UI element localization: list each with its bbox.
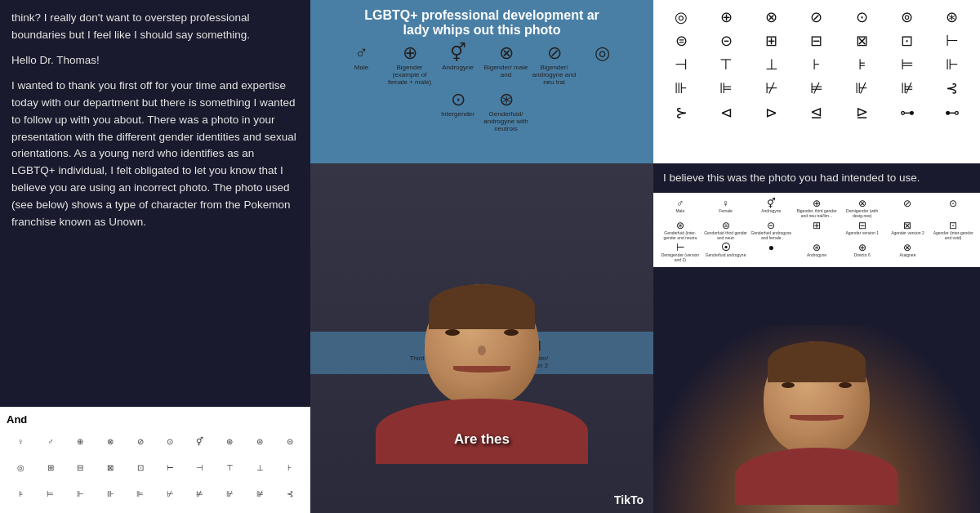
- lgbtq-chart: LGBTQ+ professional development arlady w…: [310, 0, 653, 163]
- r-sym-3: ⊗: [751, 7, 793, 28]
- sg-andro-2: ⊛ Androgyne: [795, 242, 839, 262]
- sym-1: ♀: [7, 429, 35, 453]
- right-face-leye: [782, 382, 795, 388]
- symbols-display-grid: ◎ ⊕ ⊗ ⊘ ⊙ ⊚ ⊛ ⊜ ⊝ ⊞ ⊟ ⊠ ⊡ ⊢ ⊣ ⊤ ⊥ ⊦ ⊧ ⊨ …: [660, 7, 973, 99]
- sym-29: ⊯: [246, 482, 274, 506]
- sg-agender-1: ⊟ Agender version 1: [840, 220, 884, 240]
- sym-7: ⚥: [186, 429, 215, 453]
- r-sym-14: ⊢: [931, 30, 973, 51]
- pokemon-symbols-grid: ♀ ♂ ⊕ ⊗ ⊘ ⊙ ⚥ ⊛ ⊜ ⊝ ◎ ⊞ ⊟ ⊠ ⊡ ⊢ ⊣ ⊤ ⊥ ⊦ …: [7, 429, 304, 506]
- r-sym-21: ⊩: [931, 54, 973, 75]
- sym-14: ⊠: [96, 455, 125, 480]
- person-head: [425, 284, 539, 407]
- r-sym-2: ⊕: [705, 7, 747, 28]
- sym-13: ⊟: [66, 455, 95, 480]
- r-sym-4: ⊘: [795, 7, 838, 28]
- r-sym-8: ⊜: [660, 30, 702, 51]
- r-sym-17: ⊥: [751, 54, 793, 75]
- r2-sym-6: ⊶: [885, 102, 928, 123]
- r-sym-23: ⊫: [705, 78, 747, 99]
- person-hair: [429, 284, 535, 329]
- sym-23: ⊩: [66, 482, 95, 506]
- symbols-row-2: ⊱ ⊲ ⊳ ⊴ ⊵ ⊶ ⊷: [660, 102, 973, 123]
- sym-8: ⊛: [216, 429, 244, 453]
- chart-sym-6: ◎: [580, 42, 625, 86]
- right-body: [735, 448, 898, 505]
- right-face-mouth: [790, 415, 844, 421]
- and-label: And: [7, 413, 304, 426]
- chart-sym-bigender3: ⊘ Bigender/ androgyne and neu tral: [532, 42, 577, 86]
- r-sym-25: ⊭: [795, 78, 838, 99]
- sg-dot: ●: [749, 242, 793, 262]
- sym-9: ⊜: [246, 429, 274, 453]
- sym-11: ◎: [7, 455, 35, 480]
- r2-sym-3: ⊳: [751, 102, 793, 123]
- sg-10: ⊞: [795, 220, 839, 240]
- sym-21: ⊧: [7, 482, 35, 506]
- person-nose: [478, 346, 486, 355]
- sym-3: ⊕: [66, 429, 95, 453]
- r2-sym-5: ⊵: [840, 102, 883, 123]
- r2-sym-1: ⊱: [660, 102, 702, 123]
- right-face-reye: [839, 382, 852, 388]
- sg-demigender: ⊗ Demigender (with desig-nee): [840, 198, 884, 218]
- sym-26: ⊬: [156, 482, 185, 506]
- sym-4: ⊗: [96, 429, 125, 453]
- r2-sym-7: ⊷: [931, 102, 973, 123]
- tiktok-watermark: TikTo: [614, 493, 644, 506]
- sg-agender-2: ⊠ Agender version 2: [886, 220, 930, 240]
- r-sym-27: ⊯: [885, 78, 928, 99]
- message-text: think? I really don't want to overstep p…: [0, 0, 310, 249]
- text-block-1: think? I really don't want to overstep p…: [11, 10, 299, 44]
- bottom-pokemon-image: And ♀ ♂ ⊕ ⊗ ⊘ ⊙ ⚥ ⊛ ⊜ ⊝ ◎ ⊞ ⊟ ⊠ ⊡ ⊢ ⊣ ⊤ …: [0, 407, 310, 513]
- detailed-gender-grid: ♂ Male ♀ Female ⚥ Androgyne ⊕ Bigender, …: [658, 198, 975, 262]
- chart-sym-male: ♂ Male: [339, 42, 384, 86]
- r2-sym-4: ⊴: [795, 102, 838, 123]
- r-sym-6: ⊚: [885, 7, 928, 28]
- sg-demigender-2: ⊢ Demigender (version and 2): [658, 242, 702, 262]
- chart-symbols: ♂ Male ⊕ Bigender (example of female + m…: [318, 42, 645, 132]
- sym-19: ⊥: [246, 455, 274, 480]
- sg-genderfuid-andro: ⊝ Genderfuid androgyne and female: [749, 220, 793, 240]
- sym-17: ⊣: [186, 455, 215, 480]
- r-sym-15: ⊣: [660, 54, 702, 75]
- r-sym-11: ⊟: [795, 30, 838, 51]
- sg-androgyne: ⚥ Androgyne: [749, 198, 793, 218]
- r-sym-10: ⊞: [751, 30, 793, 51]
- sg-7: ⊙: [931, 198, 975, 218]
- sg-genderfuid-inter: ⊛ Genderfuid (inter-gender and neutra: [658, 220, 702, 240]
- text-block-2: Hello Dr. Thomas!: [11, 52, 299, 69]
- sg-direct-6: ⊕ Directo 6: [840, 242, 884, 262]
- r-sym-5: ⊙: [840, 7, 883, 28]
- right-person-face: [751, 341, 882, 505]
- left-eye: [445, 329, 460, 336]
- sg-gf-andro-2: ⦿ Genderfuid androgyne: [704, 242, 748, 262]
- r-sym-16: ⊤: [705, 54, 747, 75]
- right-face-head: [764, 341, 870, 456]
- sg-bigender-third: ⊕ Bigender, third gender and neu tral/li…: [795, 198, 839, 218]
- left-panel: think? I really don't want to overstep p…: [0, 0, 310, 513]
- chart-title: LGBTQ+ professional development arlady w…: [364, 8, 599, 38]
- sym-16: ⊢: [156, 455, 185, 480]
- right-eye: [504, 329, 519, 336]
- person-mouth: [453, 366, 510, 372]
- r-sym-20: ⊨: [885, 54, 928, 75]
- sym-2: ♂: [37, 429, 65, 453]
- sym-25: ⊫: [126, 482, 154, 506]
- chart-sym-bigender: ⊕ Bigender (example of female + male): [387, 42, 432, 86]
- bottom-gender-chart: ♂ Male ♀ Female ⚥ Androgyne ⊕ Bigender, …: [653, 193, 980, 267]
- sym-18: ⊤: [216, 455, 244, 480]
- top-gender-symbols-chart: ◎ ⊕ ⊗ ⊘ ⊙ ⊚ ⊛ ⊜ ⊝ ⊞ ⊟ ⊠ ⊡ ⊢ ⊣ ⊤ ⊥ ⊦ ⊧ ⊨ …: [653, 0, 980, 163]
- intended-use-text: I believe this was the photo you had int…: [653, 163, 980, 193]
- sym-5: ⊘: [126, 429, 154, 453]
- r-sym-12: ⊠: [840, 30, 883, 51]
- r-sym-7: ⊛: [931, 7, 973, 28]
- sym-22: ⊨: [37, 482, 65, 506]
- r-sym-24: ⊬: [751, 78, 793, 99]
- sym-20: ⊦: [275, 455, 304, 480]
- sym-24: ⊪: [96, 482, 125, 506]
- r-sym-19: ⊧: [840, 54, 883, 75]
- r2-sym-2: ⊲: [705, 102, 747, 123]
- video-background: LGBTQ+ professional development arlady w…: [310, 0, 653, 513]
- sg-araignee: ⊗ Araignee: [886, 242, 930, 262]
